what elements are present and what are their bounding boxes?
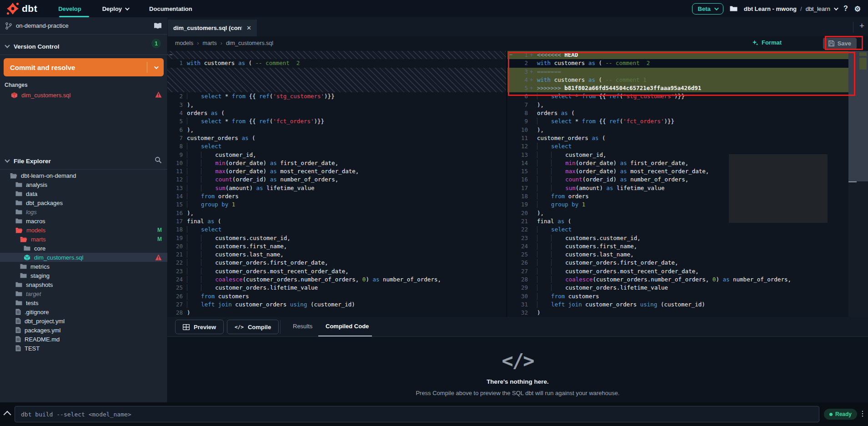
code-line[interactable]: 24 customers.first_name, <box>507 242 848 251</box>
code-line[interactable]: 22 customer_orders.first_order_date, <box>167 259 506 267</box>
code-line[interactable]: 11 max(order_date) as most_recent_order_… <box>167 167 506 175</box>
code-line[interactable]: 6 select * from {{ ref('stg_customers')}… <box>507 92 848 100</box>
tree-item-data[interactable]: data <box>0 189 167 198</box>
code-line[interactable]: 24 coalesce(customer_orders.number_of_or… <box>167 276 506 284</box>
tree-item-analysis[interactable]: analysis <box>0 180 167 189</box>
fold-marker[interactable]: − <box>169 51 172 58</box>
code-line[interactable]: 20 customers.first_name, <box>167 242 506 251</box>
code-line[interactable]: 23 customers.customer_id, <box>507 234 848 242</box>
code-line[interactable]: 4+with customers as ( -- comment 1 <box>507 76 848 84</box>
tree-item-dbt-packages[interactable]: dbt_packages <box>0 198 167 207</box>
code-line[interactable]: 6), <box>167 126 506 134</box>
version-control-header[interactable]: Version Control 1 <box>0 40 167 53</box>
code-line[interactable]: 1with customers as ( -- comment 2 <box>167 59 506 67</box>
breadcrumb-item[interactable]: marts <box>202 40 216 46</box>
code-line[interactable]: 28) <box>167 309 506 317</box>
code-line[interactable]: 7customer_orders as ( <box>167 134 506 142</box>
save-button[interactable]: Save <box>823 38 857 49</box>
close-icon[interactable]: ✕ <box>246 25 251 31</box>
code-line[interactable]: 23 customer_orders.most_recent_order_dat… <box>167 267 506 276</box>
code-line[interactable]: 26 customer_orders.first_order_date, <box>507 259 848 267</box>
code-line[interactable]: 1+<<<<<<< HEAD <box>507 51 848 59</box>
code-line[interactable]: 13 sum(amount) as lifetime_value <box>167 184 506 192</box>
dbt-logo-icon[interactable] <box>6 2 19 15</box>
code-line[interactable]: 9 customer_id, <box>167 151 506 159</box>
tree-item-snapshots[interactable]: snapshots <box>0 280 167 289</box>
tree-item-readme-md[interactable]: README.md <box>0 335 167 344</box>
code-line[interactable]: 3), <box>167 101 506 109</box>
nav-deploy[interactable]: Deploy <box>102 5 128 12</box>
tree-item-tests[interactable]: tests <box>0 298 167 307</box>
preview-button[interactable]: Preview <box>175 320 224 334</box>
code-line[interactable]: 22 select <box>507 226 848 234</box>
tab-results[interactable]: Results <box>293 323 312 330</box>
scrollbar-thumb[interactable] <box>848 51 868 181</box>
code-line[interactable]: 31 left join customer_orders using (cust… <box>507 301 848 309</box>
code-line[interactable]: 2with customers as ( -- comment 2 <box>507 59 848 67</box>
code-line[interactable]: 30 from customers <box>507 292 848 301</box>
commit-options-dropdown[interactable] <box>147 66 164 69</box>
code-line[interactable]: 10 min(order_date) as first_order_date, <box>167 159 506 167</box>
search-icon[interactable] <box>155 156 162 164</box>
code-line[interactable]: 7), <box>507 101 848 109</box>
tree-item--gitignore[interactable]: .gitignore <box>0 307 167 316</box>
code-line[interactable]: 12 select <box>507 142 848 150</box>
tree-item-marts[interactable]: martsM <box>0 235 167 244</box>
tree-item-metrics[interactable]: metrics <box>0 262 167 271</box>
account-project-switcher[interactable]: dbt Learn - mwong / dbt_learn <box>744 5 837 12</box>
code-line[interactable]: 12 count(order_id) as number_of_orders, <box>167 175 506 184</box>
tree-item-models[interactable]: modelsM <box>0 226 167 235</box>
diff-pane-current[interactable]: 1with customers as ( -- comment 22 selec… <box>167 51 506 317</box>
code-line[interactable]: 17final as ( <box>167 217 506 226</box>
tab-dim-customers[interactable]: dim_customers.sql (confli... ✕ <box>168 20 257 36</box>
code-line[interactable]: 14 from orders <box>167 192 506 200</box>
breadcrumb-item[interactable]: dim_customers.sql <box>226 40 273 46</box>
code-line[interactable]: 32) <box>507 309 848 317</box>
code-line[interactable]: 16), <box>167 209 506 217</box>
tree-item-dbt-project-yml[interactable]: dbt_project.yml <box>0 316 167 326</box>
tree-item-target[interactable]: target <box>0 289 167 298</box>
editor-scrollbar[interactable] <box>848 51 868 317</box>
tree-item-core[interactable]: core <box>0 244 167 253</box>
code-line[interactable]: 10), <box>507 126 848 134</box>
tree-item-macros[interactable]: macros <box>0 216 167 226</box>
code-line[interactable]: 28 coalesce(customer_orders.number_of_or… <box>507 276 848 284</box>
help-button[interactable]: ? <box>843 5 848 13</box>
changed-file-row[interactable]: dim_customers.sql <box>0 90 167 100</box>
breadcrumb-item[interactable]: models <box>175 40 193 46</box>
code-line[interactable]: 11customer_orders as ( <box>507 134 848 142</box>
code-line[interactable]: 19 customers.customer_id, <box>167 234 506 242</box>
code-line[interactable]: 15 group by 1 <box>167 200 506 209</box>
tree-item-logs[interactable]: logs <box>0 207 167 216</box>
tab-compiled-code[interactable]: Compiled Code <box>326 323 369 330</box>
code-line[interactable]: 3+======= <box>507 68 848 76</box>
docs-book-icon[interactable] <box>154 23 162 29</box>
code-line[interactable]: 2 select * from {{ ref('stg_customers')}… <box>167 92 506 100</box>
code-line[interactable]: 21 customers.last_name, <box>167 251 506 259</box>
code-line[interactable]: 25 customer_orders.lifetime_value <box>167 284 506 292</box>
commit-and-resolve-button[interactable]: Commit and resolve <box>4 58 164 76</box>
tree-item-test[interactable]: TEST <box>0 344 167 353</box>
code-line[interactable]: 4orders as ( <box>167 109 506 117</box>
kebab-menu-icon[interactable]: ⋮ <box>859 409 866 418</box>
code-line[interactable]: 18 select <box>167 226 506 234</box>
code-line[interactable]: 29 customer_orders.lifetime_value <box>507 284 848 292</box>
new-tab-button[interactable]: + <box>859 21 864 31</box>
tree-item-packages-yml[interactable]: packages.yml <box>0 326 167 335</box>
code-line[interactable]: 25 customers.last_name, <box>507 251 848 259</box>
git-branch-row[interactable]: on-demand-practice <box>0 17 167 35</box>
settings-gear-icon[interactable]: ⚙ <box>854 5 861 13</box>
tree-item-dim-customers-sql[interactable]: dim_customers.sql <box>0 253 167 262</box>
code-line[interactable]: 27 customer_orders.most_recent_order_dat… <box>507 267 848 276</box>
tree-item-dbt-learn-on-demand[interactable]: dbt-learn-on-demand <box>0 171 167 180</box>
file-explorer-header[interactable]: File Explorer <box>0 155 167 167</box>
code-line[interactable]: 5+>>>>>>> b81f802a66fd544504c65721e3ffaa… <box>507 84 848 92</box>
format-button[interactable]: Format <box>752 39 782 46</box>
tree-item-staging[interactable]: staging <box>0 271 167 280</box>
code-line[interactable]: 27 left join customer_orders using (cust… <box>167 301 506 309</box>
beta-dropdown[interactable]: Beta <box>692 3 723 15</box>
chevron-up-icon[interactable] <box>4 411 11 419</box>
code-line[interactable]: 8orders as ( <box>507 109 848 117</box>
code-line[interactable]: 9 select * from {{ ref('fct_orders')}} <box>507 117 848 125</box>
nav-develop[interactable]: Develop <box>58 5 81 12</box>
